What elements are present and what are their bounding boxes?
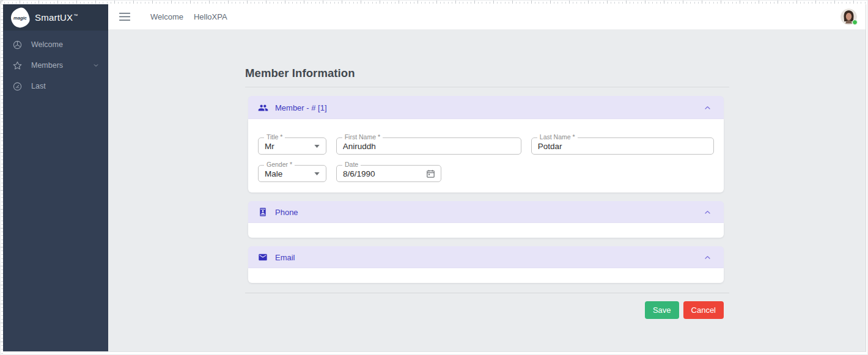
cancel-button[interactable]: Cancel [683, 301, 724, 319]
first-name-field[interactable]: First Name * [336, 137, 521, 155]
email-section-body [248, 268, 724, 283]
hamburger-menu-icon[interactable] [119, 12, 131, 21]
sidebar: magic SmartUX™ Welcome [3, 4, 108, 351]
gender-select[interactable]: Gender * [258, 165, 326, 182]
phone-section: Phone [248, 201, 724, 238]
sidebar-nav: Welcome Members [3, 31, 108, 97]
logo-band: magic SmartUX™ [3, 4, 108, 31]
ruler-top [1, 1, 867, 4]
content-area: Member Information Member - # [1] [108, 30, 866, 351]
tab-helloxpa[interactable]: HelloXPA [193, 10, 229, 24]
title-label: Title * [264, 134, 285, 141]
online-status-dot [852, 20, 858, 25]
form-container: Member Information Member - # [1] [245, 30, 729, 319]
email-section: Email [248, 246, 724, 283]
brand-name: SmartUX™ [35, 12, 78, 23]
email-section-title: Email [275, 253, 295, 262]
collapse-chevron-icon[interactable] [703, 253, 712, 262]
actions-divider [245, 293, 729, 293]
member-section-body: Title * First Name * [248, 119, 724, 192]
actions-row: Save Cancel [245, 301, 724, 319]
date-label: Date [342, 161, 361, 169]
first-name-label: First Name * [342, 134, 383, 141]
chevron-down-icon[interactable] [92, 62, 100, 69]
form-row-2: Gender * Date [258, 165, 714, 182]
form-row-1: Title * First Name * [258, 137, 714, 155]
member-section-title: Member - # [1] [275, 103, 327, 112]
sidebar-item-last[interactable]: Last [3, 76, 108, 97]
phone-section-header[interactable]: Phone [248, 201, 724, 223]
sidebar-item-label: Members [31, 61, 63, 70]
main-area: Welcome HelloXPA [108, 4, 866, 351]
star-icon [12, 60, 23, 71]
collapse-chevron-icon[interactable] [703, 208, 712, 217]
sidebar-item-members[interactable]: Members [3, 55, 108, 76]
calendar-icon[interactable] [425, 169, 436, 179]
user-avatar[interactable] [840, 9, 857, 25]
magic-logo-icon: magic [9, 6, 31, 29]
title-divider [245, 87, 729, 87]
trademark-symbol: ™ [73, 13, 78, 18]
gauge-icon [12, 81, 23, 92]
dropdown-arrow-icon[interactable] [314, 145, 320, 148]
last-name-label: Last Name * [537, 134, 578, 141]
date-field[interactable]: Date [336, 165, 441, 182]
phone-section-body [248, 223, 724, 238]
title-select[interactable]: Title * [258, 137, 326, 155]
dropdown-arrow-icon[interactable] [314, 172, 320, 175]
member-section-header[interactable]: Member - # [1] [248, 96, 724, 119]
page-title: Member Information [245, 67, 729, 80]
wheel-icon [12, 40, 23, 50]
logo-text: magic [13, 15, 27, 20]
gender-label: Gender * [264, 161, 295, 169]
member-section: Member - # [1] Title * [248, 96, 724, 192]
phone-section-title: Phone [275, 208, 298, 217]
collapse-chevron-icon[interactable] [703, 103, 712, 112]
topbar: Welcome HelloXPA [108, 4, 866, 30]
people-icon [258, 103, 268, 113]
save-button[interactable]: Save [645, 301, 679, 319]
sidebar-item-welcome[interactable]: Welcome [3, 34, 108, 55]
contact-phone-icon [258, 207, 268, 218]
sidebar-item-label: Welcome [31, 40, 63, 49]
design-canvas: magic SmartUX™ Welcome [0, 0, 868, 355]
tab-welcome[interactable]: Welcome [149, 10, 185, 24]
sidebar-item-label: Last [31, 82, 46, 90]
smartux-app: magic SmartUX™ Welcome [3, 4, 866, 352]
mail-icon [258, 252, 268, 263]
last-name-field[interactable]: Last Name * [531, 137, 714, 155]
email-section-header[interactable]: Email [248, 246, 724, 268]
